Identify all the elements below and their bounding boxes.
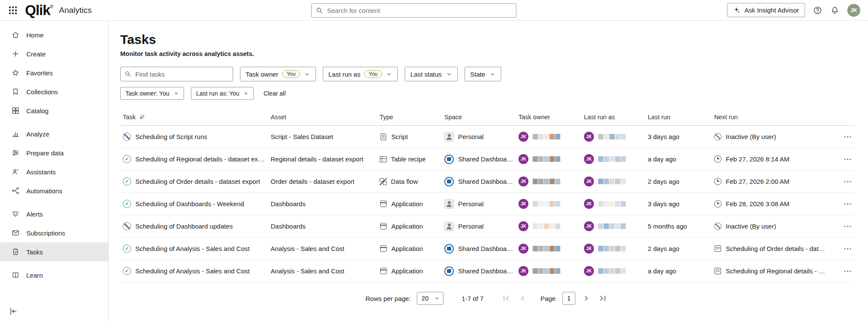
find-tasks-input[interactable] — [120, 67, 233, 81]
owner-avatar[interactable]: JK — [518, 199, 528, 209]
last-page-button[interactable] — [599, 293, 609, 303]
sidebar-item-catalog[interactable]: Catalog — [0, 101, 108, 120]
sidebar-item-subscriptions[interactable]: Subscriptions — [0, 223, 108, 242]
rows-per-page-select[interactable]: 20 — [417, 292, 443, 305]
next-run-cell: Feb 27, 2026 2:00 AM — [714, 178, 832, 185]
run-as-avatar[interactable]: JK — [584, 221, 594, 231]
state-filter-dropdown[interactable]: State — [465, 67, 501, 81]
run-as-avatar[interactable]: JK — [584, 132, 594, 142]
table-row[interactable]: Scheduling of Dashboards - Weekend Dashb… — [120, 193, 854, 215]
filter-chip-task-owner[interactable]: Task owner: You — [120, 87, 184, 100]
next-page-button[interactable] — [582, 293, 593, 303]
owner-avatar[interactable]: JK — [518, 244, 528, 254]
table-row[interactable]: Scheduling of Regional details - dataset… — [120, 148, 854, 170]
task-name[interactable]: Scheduling of Script runs — [135, 133, 207, 140]
run-history-strip[interactable] — [533, 246, 560, 251]
run-as-avatar[interactable]: JK — [584, 176, 594, 186]
run-history-strip[interactable] — [598, 246, 626, 251]
run-history-strip[interactable] — [533, 134, 560, 139]
close-icon[interactable] — [174, 91, 179, 96]
sidebar-item-assistants[interactable]: Assistants — [0, 162, 108, 181]
run-history-strip[interactable] — [533, 201, 560, 207]
task-name[interactable]: Scheduling of Dashboard updates — [135, 223, 233, 230]
task-owner-cell: JK — [518, 244, 584, 254]
sidebar-item-favorites[interactable]: Favorites — [0, 63, 108, 82]
previous-page-button[interactable] — [518, 293, 528, 303]
sort-descending-icon[interactable] — [139, 114, 146, 121]
row-actions-button[interactable] — [843, 221, 854, 232]
sidebar-item-tasks[interactable]: Tasks — [0, 242, 108, 261]
run-as-avatar[interactable]: JK — [584, 199, 594, 209]
table-row[interactable]: Scheduling of Analysis - Sales and Cost … — [120, 238, 854, 260]
clear-all-button[interactable]: Clear all — [263, 90, 285, 97]
app-launcher-icon[interactable] — [8, 5, 18, 15]
column-header-last-run-as[interactable]: Last run as — [584, 114, 648, 121]
sidebar-item-alerts[interactable]: Alerts — [0, 204, 108, 223]
sidebar-item-automations[interactable]: Automations — [0, 181, 108, 200]
row-actions-button[interactable] — [843, 154, 854, 165]
task-owner-filter-dropdown[interactable]: Task owner You — [240, 67, 316, 81]
filter-chip-last-run-as[interactable]: Last run as: You — [191, 87, 254, 100]
run-as-avatar[interactable]: JK — [584, 266, 594, 276]
row-actions-button[interactable] — [843, 176, 854, 187]
task-name[interactable]: Scheduling of Order details - dataset ex… — [135, 178, 260, 185]
run-as-avatar[interactable]: JK — [584, 154, 594, 164]
column-header-asset[interactable]: Asset — [271, 114, 380, 121]
owner-avatar[interactable]: JK — [518, 176, 528, 186]
sidebar-item-learn[interactable]: Learn — [0, 266, 108, 285]
last-status-filter-dropdown[interactable]: Last status — [405, 67, 458, 81]
column-header-next-run[interactable]: Next run — [714, 114, 832, 121]
owner-avatar[interactable]: JK — [518, 132, 528, 142]
column-header-last-run[interactable]: Last run — [648, 114, 714, 121]
owner-avatar[interactable]: JK — [518, 221, 528, 231]
sidebar-item-prepare-data[interactable]: Prepare data — [0, 143, 108, 162]
run-history-strip[interactable] — [598, 223, 626, 229]
run-as-avatar[interactable]: JK — [584, 244, 594, 254]
page-number-input[interactable] — [562, 292, 575, 305]
column-header-task[interactable]: Task — [120, 114, 271, 121]
sidebar-item-collections[interactable]: Collections — [0, 82, 108, 101]
row-actions-button[interactable] — [843, 198, 854, 210]
qlik-logo[interactable]: Qlik® — [25, 3, 53, 17]
table-row[interactable]: Scheduling of Dashboard updates Dashboar… — [120, 215, 854, 238]
table-row[interactable]: Scheduling of Analysis - Sales and Cost … — [120, 260, 854, 282]
row-actions-button[interactable] — [843, 266, 854, 277]
user-avatar[interactable]: JK — [847, 4, 860, 17]
owner-avatar[interactable]: JK — [518, 266, 528, 276]
owner-avatar[interactable]: JK — [518, 154, 528, 164]
run-history-strip[interactable] — [598, 134, 626, 139]
run-history-strip[interactable] — [533, 268, 560, 274]
column-header-type[interactable]: Type — [380, 114, 444, 121]
column-header-space[interactable]: Space — [444, 114, 518, 121]
column-header-task-owner[interactable]: Task owner — [518, 114, 584, 121]
task-name[interactable]: Scheduling of Regional details - dataset… — [135, 155, 265, 163]
asset-cell: Regional details - dataset export — [271, 155, 380, 163]
table-row[interactable]: Scheduling of Order details - dataset ex… — [120, 170, 854, 193]
clock-icon — [714, 178, 721, 185]
run-history-strip[interactable] — [598, 268, 626, 274]
table-row[interactable]: Scheduling of Script runs Script - Sales… — [120, 126, 854, 148]
sidebar-item-create[interactable]: Create — [0, 44, 108, 63]
sidebar-item-home[interactable]: Home — [0, 25, 108, 44]
last-run-as-filter-dropdown[interactable]: Last run as You — [323, 67, 398, 81]
task-name[interactable]: Scheduling of Dashboards - Weekend — [135, 200, 244, 207]
run-history-strip[interactable] — [533, 179, 560, 184]
task-name[interactable]: Scheduling of Analysis - Sales and Cost — [135, 245, 250, 252]
row-actions-button[interactable] — [843, 131, 854, 142]
task-name[interactable]: Scheduling of Analysis - Sales and Cost — [135, 267, 250, 275]
run-history-strip[interactable] — [533, 223, 560, 229]
sidebar-collapse-button[interactable] — [9, 307, 18, 316]
global-search-input[interactable] — [311, 3, 516, 18]
close-icon[interactable] — [244, 91, 249, 96]
run-history-strip[interactable] — [598, 179, 626, 184]
run-history-strip[interactable] — [598, 156, 626, 162]
help-button[interactable] — [813, 6, 822, 15]
notifications-button[interactable] — [830, 6, 840, 15]
first-page-button[interactable] — [502, 293, 512, 303]
row-actions-button[interactable] — [843, 243, 854, 254]
run-history-strip[interactable] — [598, 201, 626, 207]
sidebar-item-analyze[interactable]: Analyze — [0, 124, 108, 143]
last-run-cell: 3 days ago — [648, 200, 714, 207]
ask-insight-advisor-button[interactable]: Ask Insight Advisor — [727, 3, 805, 17]
run-history-strip[interactable] — [533, 156, 560, 162]
